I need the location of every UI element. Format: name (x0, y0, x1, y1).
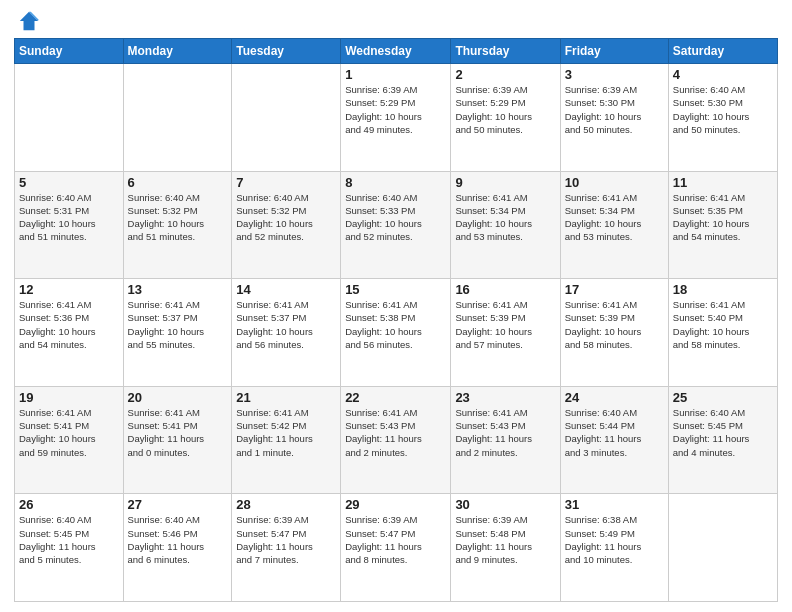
calendar-cell: 16Sunrise: 6:41 AM Sunset: 5:39 PM Dayli… (451, 279, 560, 387)
day-number: 10 (565, 175, 664, 190)
day-info: Sunrise: 6:40 AM Sunset: 5:46 PM Dayligh… (128, 513, 228, 566)
calendar-cell: 21Sunrise: 6:41 AM Sunset: 5:42 PM Dayli… (232, 386, 341, 494)
calendar-cell: 19Sunrise: 6:41 AM Sunset: 5:41 PM Dayli… (15, 386, 124, 494)
day-info: Sunrise: 6:39 AM Sunset: 5:29 PM Dayligh… (345, 83, 446, 136)
day-info: Sunrise: 6:40 AM Sunset: 5:45 PM Dayligh… (19, 513, 119, 566)
calendar-cell: 28Sunrise: 6:39 AM Sunset: 5:47 PM Dayli… (232, 494, 341, 602)
day-number: 26 (19, 497, 119, 512)
day-info: Sunrise: 6:41 AM Sunset: 5:37 PM Dayligh… (236, 298, 336, 351)
day-number: 1 (345, 67, 446, 82)
day-number: 25 (673, 390, 773, 405)
day-info: Sunrise: 6:40 AM Sunset: 5:30 PM Dayligh… (673, 83, 773, 136)
day-number: 3 (565, 67, 664, 82)
day-number: 8 (345, 175, 446, 190)
day-number: 6 (128, 175, 228, 190)
calendar-cell: 2Sunrise: 6:39 AM Sunset: 5:29 PM Daylig… (451, 64, 560, 172)
calendar-cell (123, 64, 232, 172)
calendar-cell: 26Sunrise: 6:40 AM Sunset: 5:45 PM Dayli… (15, 494, 124, 602)
calendar-cell: 4Sunrise: 6:40 AM Sunset: 5:30 PM Daylig… (668, 64, 777, 172)
day-number: 14 (236, 282, 336, 297)
calendar-cell: 12Sunrise: 6:41 AM Sunset: 5:36 PM Dayli… (15, 279, 124, 387)
logo-icon (18, 10, 40, 32)
day-number: 13 (128, 282, 228, 297)
day-info: Sunrise: 6:41 AM Sunset: 5:37 PM Dayligh… (128, 298, 228, 351)
week-row-1: 1Sunrise: 6:39 AM Sunset: 5:29 PM Daylig… (15, 64, 778, 172)
calendar-cell: 17Sunrise: 6:41 AM Sunset: 5:39 PM Dayli… (560, 279, 668, 387)
day-number: 31 (565, 497, 664, 512)
calendar-cell: 8Sunrise: 6:40 AM Sunset: 5:33 PM Daylig… (341, 171, 451, 279)
day-info: Sunrise: 6:39 AM Sunset: 5:29 PM Dayligh… (455, 83, 555, 136)
day-number: 12 (19, 282, 119, 297)
day-header-tuesday: Tuesday (232, 39, 341, 64)
calendar-cell: 14Sunrise: 6:41 AM Sunset: 5:37 PM Dayli… (232, 279, 341, 387)
calendar-cell: 31Sunrise: 6:38 AM Sunset: 5:49 PM Dayli… (560, 494, 668, 602)
day-info: Sunrise: 6:38 AM Sunset: 5:49 PM Dayligh… (565, 513, 664, 566)
day-info: Sunrise: 6:39 AM Sunset: 5:30 PM Dayligh… (565, 83, 664, 136)
calendar-cell: 6Sunrise: 6:40 AM Sunset: 5:32 PM Daylig… (123, 171, 232, 279)
day-header-sunday: Sunday (15, 39, 124, 64)
calendar-cell: 7Sunrise: 6:40 AM Sunset: 5:32 PM Daylig… (232, 171, 341, 279)
calendar: SundayMondayTuesdayWednesdayThursdayFrid… (14, 38, 778, 602)
calendar-cell: 23Sunrise: 6:41 AM Sunset: 5:43 PM Dayli… (451, 386, 560, 494)
header (14, 10, 778, 32)
week-row-3: 12Sunrise: 6:41 AM Sunset: 5:36 PM Dayli… (15, 279, 778, 387)
day-info: Sunrise: 6:41 AM Sunset: 5:34 PM Dayligh… (455, 191, 555, 244)
day-info: Sunrise: 6:41 AM Sunset: 5:39 PM Dayligh… (565, 298, 664, 351)
calendar-cell: 20Sunrise: 6:41 AM Sunset: 5:41 PM Dayli… (123, 386, 232, 494)
day-number: 21 (236, 390, 336, 405)
day-header-friday: Friday (560, 39, 668, 64)
day-header-wednesday: Wednesday (341, 39, 451, 64)
calendar-cell: 18Sunrise: 6:41 AM Sunset: 5:40 PM Dayli… (668, 279, 777, 387)
day-number: 30 (455, 497, 555, 512)
week-row-5: 26Sunrise: 6:40 AM Sunset: 5:45 PM Dayli… (15, 494, 778, 602)
day-info: Sunrise: 6:41 AM Sunset: 5:40 PM Dayligh… (673, 298, 773, 351)
day-info: Sunrise: 6:40 AM Sunset: 5:44 PM Dayligh… (565, 406, 664, 459)
calendar-cell (232, 64, 341, 172)
day-number: 15 (345, 282, 446, 297)
day-info: Sunrise: 6:41 AM Sunset: 5:43 PM Dayligh… (345, 406, 446, 459)
day-info: Sunrise: 6:41 AM Sunset: 5:36 PM Dayligh… (19, 298, 119, 351)
day-info: Sunrise: 6:41 AM Sunset: 5:39 PM Dayligh… (455, 298, 555, 351)
day-info: Sunrise: 6:41 AM Sunset: 5:35 PM Dayligh… (673, 191, 773, 244)
day-number: 2 (455, 67, 555, 82)
day-number: 5 (19, 175, 119, 190)
day-info: Sunrise: 6:41 AM Sunset: 5:41 PM Dayligh… (128, 406, 228, 459)
page: SundayMondayTuesdayWednesdayThursdayFrid… (0, 0, 792, 612)
day-header-saturday: Saturday (668, 39, 777, 64)
calendar-cell: 27Sunrise: 6:40 AM Sunset: 5:46 PM Dayli… (123, 494, 232, 602)
day-number: 23 (455, 390, 555, 405)
day-number: 17 (565, 282, 664, 297)
day-number: 19 (19, 390, 119, 405)
week-row-2: 5Sunrise: 6:40 AM Sunset: 5:31 PM Daylig… (15, 171, 778, 279)
day-info: Sunrise: 6:40 AM Sunset: 5:33 PM Dayligh… (345, 191, 446, 244)
calendar-cell (15, 64, 124, 172)
calendar-cell: 24Sunrise: 6:40 AM Sunset: 5:44 PM Dayli… (560, 386, 668, 494)
day-number: 28 (236, 497, 336, 512)
calendar-header-row: SundayMondayTuesdayWednesdayThursdayFrid… (15, 39, 778, 64)
day-number: 18 (673, 282, 773, 297)
day-number: 22 (345, 390, 446, 405)
day-number: 24 (565, 390, 664, 405)
day-number: 27 (128, 497, 228, 512)
day-info: Sunrise: 6:40 AM Sunset: 5:31 PM Dayligh… (19, 191, 119, 244)
logo (14, 10, 42, 32)
logo-area (14, 10, 42, 32)
calendar-cell: 10Sunrise: 6:41 AM Sunset: 5:34 PM Dayli… (560, 171, 668, 279)
day-number: 9 (455, 175, 555, 190)
calendar-cell: 13Sunrise: 6:41 AM Sunset: 5:37 PM Dayli… (123, 279, 232, 387)
calendar-cell: 29Sunrise: 6:39 AM Sunset: 5:47 PM Dayli… (341, 494, 451, 602)
day-info: Sunrise: 6:41 AM Sunset: 5:38 PM Dayligh… (345, 298, 446, 351)
day-info: Sunrise: 6:41 AM Sunset: 5:42 PM Dayligh… (236, 406, 336, 459)
calendar-cell (668, 494, 777, 602)
calendar-cell: 15Sunrise: 6:41 AM Sunset: 5:38 PM Dayli… (341, 279, 451, 387)
day-number: 4 (673, 67, 773, 82)
day-number: 7 (236, 175, 336, 190)
day-info: Sunrise: 6:41 AM Sunset: 5:41 PM Dayligh… (19, 406, 119, 459)
calendar-cell: 22Sunrise: 6:41 AM Sunset: 5:43 PM Dayli… (341, 386, 451, 494)
day-info: Sunrise: 6:39 AM Sunset: 5:47 PM Dayligh… (236, 513, 336, 566)
day-info: Sunrise: 6:39 AM Sunset: 5:48 PM Dayligh… (455, 513, 555, 566)
day-info: Sunrise: 6:40 AM Sunset: 5:32 PM Dayligh… (128, 191, 228, 244)
calendar-cell: 25Sunrise: 6:40 AM Sunset: 5:45 PM Dayli… (668, 386, 777, 494)
day-number: 11 (673, 175, 773, 190)
calendar-cell: 9Sunrise: 6:41 AM Sunset: 5:34 PM Daylig… (451, 171, 560, 279)
